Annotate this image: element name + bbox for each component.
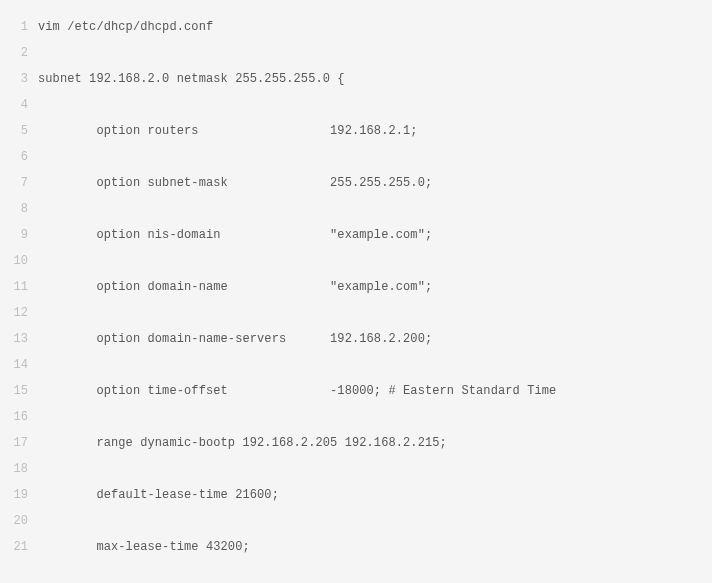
code-line: 14 [0,352,712,378]
line-number: 7 [0,170,38,196]
line-number: 20 [0,508,38,534]
line-content: option domain-name-servers 192.168.2.200… [38,326,712,352]
line-number: 1 [0,14,38,40]
code-line: 9 option nis-domain "example.com"; [0,222,712,248]
code-line: 1 vim /etc/dhcp/dhcpd.conf [0,14,712,40]
line-number: 18 [0,456,38,482]
code-line: 13 option domain-name-servers 192.168.2.… [0,326,712,352]
line-number: 16 [0,404,38,430]
line-number: 5 [0,118,38,144]
line-content: vim /etc/dhcp/dhcpd.conf [38,14,712,40]
code-line: 17 range dynamic-bootp 192.168.2.205 192… [0,430,712,456]
line-number: 21 [0,534,38,560]
code-line: 3 subnet 192.168.2.0 netmask 255.255.255… [0,66,712,92]
code-line: 21 max-lease-time 43200; [0,534,712,560]
code-line: 5 option routers 192.168.2.1; [0,118,712,144]
code-line: 12 [0,300,712,326]
line-number: 15 [0,378,38,404]
line-number: 4 [0,92,38,118]
line-number: 12 [0,300,38,326]
line-content: option domain-name "example.com"; [38,274,712,300]
line-content: max-lease-time 43200; [38,534,712,560]
line-content: range dynamic-bootp 192.168.2.205 192.16… [38,430,712,456]
line-number: 9 [0,222,38,248]
line-number: 3 [0,66,38,92]
line-content: option routers 192.168.2.1; [38,118,712,144]
line-content: default-lease-time 21600; [38,482,712,508]
line-content: option subnet-mask 255.255.255.0; [38,170,712,196]
code-block: 1 vim /etc/dhcp/dhcpd.conf 2 3 subnet 19… [0,0,712,568]
line-number: 6 [0,144,38,170]
code-line: 19 default-lease-time 21600; [0,482,712,508]
code-line: 15 option time-offset -18000; # Eastern … [0,378,712,404]
line-number: 8 [0,196,38,222]
line-number: 19 [0,482,38,508]
code-line: 4 [0,92,712,118]
line-number: 10 [0,248,38,274]
code-line: 6 [0,144,712,170]
code-line: 11 option domain-name "example.com"; [0,274,712,300]
code-line: 16 [0,404,712,430]
line-content: option time-offset -18000; # Eastern Sta… [38,378,712,404]
code-line: 18 [0,456,712,482]
code-line: 7 option subnet-mask 255.255.255.0; [0,170,712,196]
code-line: 10 [0,248,712,274]
code-line: 8 [0,196,712,222]
line-number: 13 [0,326,38,352]
line-number: 17 [0,430,38,456]
code-line: 2 [0,40,712,66]
line-number: 2 [0,40,38,66]
line-number: 14 [0,352,38,378]
code-line: 20 [0,508,712,534]
line-content: option nis-domain "example.com"; [38,222,712,248]
line-number: 11 [0,274,38,300]
line-content: subnet 192.168.2.0 netmask 255.255.255.0… [38,66,712,92]
